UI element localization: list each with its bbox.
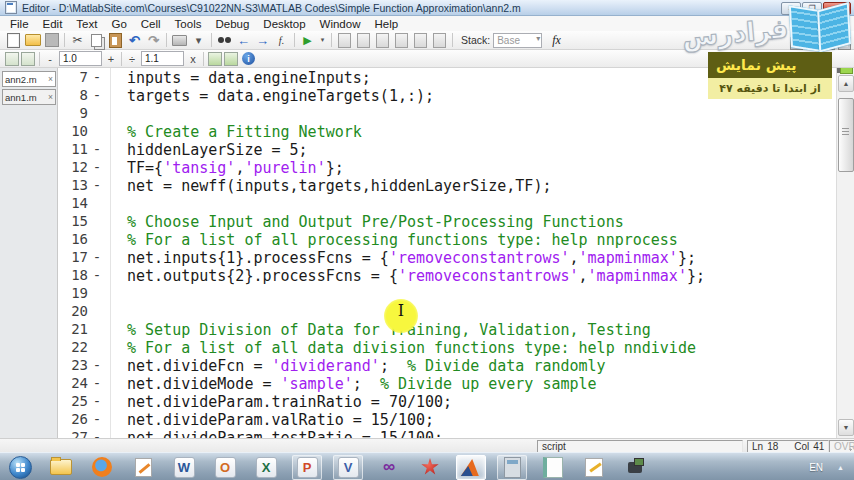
go-forward-icon[interactable]: → [254, 33, 271, 48]
taskbar-matlab-icon[interactable] [456, 455, 486, 480]
taskbar-visio-icon[interactable]: V [333, 455, 363, 480]
breakpoint-gutter[interactable]: - [88, 141, 106, 159]
code-line[interactable]: hiddenLayerSize = 5; [127, 141, 836, 159]
resize-grip[interactable] [845, 444, 853, 452]
evaluate-cell-advance-icon[interactable] [374, 33, 391, 48]
stack-dropdown[interactable]: Base [493, 33, 542, 48]
taskbar-journal-icon[interactable] [128, 455, 158, 480]
new-file-icon[interactable] [5, 33, 22, 48]
language-indicator[interactable]: EN [809, 462, 823, 473]
undo-icon[interactable]: ↶ [126, 33, 143, 48]
menu-cell[interactable]: Cell [134, 18, 168, 30]
code-line[interactable]: net.divideParam.testRatio = 15/100; [127, 429, 836, 438]
print-icon[interactable] [171, 33, 188, 48]
dock-undock-icon[interactable] [431, 33, 448, 48]
tab-close-icon[interactable]: × [48, 74, 53, 84]
code-line[interactable]: % Choose Input and Output Pre/Post-Proce… [127, 213, 836, 231]
run-options-icon[interactable]: ▾ [318, 33, 327, 48]
tray-expand-icon[interactable]: ▲ [837, 464, 844, 471]
insert-cell-above-icon[interactable] [5, 52, 19, 66]
code-line[interactable]: net.divideMode = 'sample'; % Divide up e… [127, 375, 836, 393]
tab-ann1.m[interactable]: ann1.m× [2, 89, 56, 105]
maximize-document-icon[interactable] [838, 37, 851, 50]
multiply-button[interactable]: x [186, 52, 200, 66]
breakpoint-gutter[interactable]: - [88, 357, 106, 375]
menu-window[interactable]: Window [313, 18, 368, 30]
code-line[interactable]: net.inputs{1}.processFcns = {'removecons… [127, 249, 836, 267]
breakpoint-gutter[interactable]: - [88, 159, 106, 177]
menu-debug[interactable]: Debug [208, 18, 256, 30]
cell-value-1-input[interactable]: 1.0 [59, 51, 102, 66]
code-line[interactable]: net.divideParam.valRatio = 15/100; [127, 411, 836, 429]
menu-edit[interactable]: Edit [36, 18, 70, 30]
run-icon[interactable]: ▶ [299, 33, 316, 48]
code-line[interactable]: net.divideFcn = 'dividerand'; % Divide d… [127, 357, 836, 375]
taskbar-start-icon[interactable] [5, 455, 35, 480]
close-document-icon[interactable]: ✕ [841, 19, 849, 30]
scrollbar-thumb[interactable] [838, 98, 854, 172]
code-line[interactable]: net = newff(inputs,targets,hiddenLayerSi… [127, 177, 836, 195]
breakpoint-gutter[interactable]: - [88, 249, 106, 267]
menu-file[interactable]: File [3, 18, 36, 30]
go-back-icon[interactable]: ← [235, 33, 252, 48]
code-line[interactable] [127, 195, 836, 213]
tile-windows-icon[interactable] [790, 37, 803, 50]
find-icon[interactable] [216, 33, 233, 48]
publish-icon[interactable] [224, 52, 238, 66]
save-icon[interactable] [43, 33, 60, 48]
cut-icon[interactable]: ✂ [69, 33, 86, 48]
breakpoint-gutter[interactable]: - [88, 69, 106, 87]
breakpoint-gutter[interactable]: - [88, 393, 106, 411]
publish-preview-icon[interactable] [208, 52, 222, 66]
info-icon[interactable]: i [242, 52, 255, 65]
menu-text[interactable]: Text [69, 18, 104, 30]
split-window-icon[interactable] [806, 37, 819, 50]
taskbar-powerpoint-icon[interactable]: P [292, 455, 322, 480]
fx-button[interactable]: fx [552, 33, 561, 48]
code-line[interactable]: net.outputs{2}.processFcns = {'removecon… [127, 267, 836, 285]
scroll-down-arrow[interactable]: ▼ [838, 419, 854, 436]
code-line[interactable] [127, 285, 836, 303]
breakpoint-gutter[interactable]: - [88, 411, 106, 429]
taskbar-outlook-icon[interactable]: O [210, 455, 240, 480]
paste-icon[interactable] [107, 33, 124, 48]
code-line[interactable]: net.divideParam.trainRatio = 70/100; [127, 393, 836, 411]
vertical-scrollbar[interactable]: ▲ ▼ [836, 68, 854, 438]
cell-value-2-input[interactable]: 1.1 [141, 51, 184, 66]
insert-cell-below-icon[interactable] [21, 52, 35, 66]
scroll-up-arrow[interactable]: ▲ [838, 75, 854, 92]
breakpoint-gutter[interactable]: - [88, 267, 106, 285]
breakpoint-gutter[interactable]: - [88, 177, 106, 195]
redo-icon[interactable]: ↷ [145, 33, 162, 48]
title-bar[interactable]: Editor - D:\MatlabSite.com\Courses\C9102… [0, 0, 854, 16]
taskbar-calculator-icon[interactable] [497, 455, 527, 480]
taskbar-word-icon[interactable]: W [169, 455, 199, 480]
menu-help[interactable]: Help [367, 18, 405, 30]
tab-close-icon[interactable]: × [48, 92, 53, 102]
code-line[interactable]: % Setup Division of Data for Training, V… [127, 321, 836, 339]
undock-icon[interactable] [822, 37, 835, 50]
taskbar-camcorder-icon[interactable] [620, 455, 650, 480]
copy-icon[interactable] [88, 33, 105, 48]
menu-tools[interactable]: Tools [168, 18, 209, 30]
breakpoint-gutter[interactable]: - [88, 87, 106, 105]
code-line[interactable] [127, 105, 836, 123]
taskbar-stickynotes-icon[interactable] [579, 455, 609, 480]
minimize-button[interactable]: – [781, 2, 801, 15]
taskbar-visualstudio-icon[interactable]: ∞ [374, 455, 404, 480]
code-area[interactable]: inputs = data.engineInputs;targets = dat… [111, 68, 836, 438]
taskbar-notepad-icon[interactable] [538, 455, 568, 480]
decrement-button[interactable]: - [43, 52, 57, 66]
function-hints-icon[interactable]: f. [273, 33, 290, 48]
code-line[interactable] [127, 303, 836, 321]
evaluate-cell-icon[interactable] [355, 33, 372, 48]
code-analyzer-indicator[interactable] [840, 68, 853, 74]
print-preview-icon[interactable]: ▾ [190, 33, 207, 48]
publish-icon[interactable] [393, 33, 410, 48]
divide-button[interactable]: ÷ [125, 52, 139, 66]
code-line[interactable]: TF={'tansig','purelin'}; [127, 159, 836, 177]
code-line[interactable]: % For a list of all processing functions… [127, 231, 836, 249]
code-line[interactable]: % Create a Fitting Network [127, 123, 836, 141]
publish-options-icon[interactable] [412, 33, 429, 48]
breakpoint-gutter[interactable]: - [88, 375, 106, 393]
